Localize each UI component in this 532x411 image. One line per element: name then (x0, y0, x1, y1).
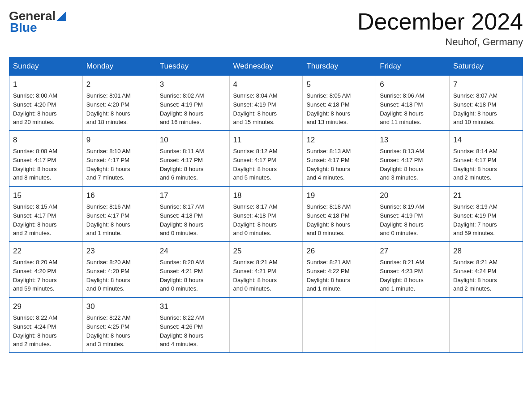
calendar-cell: 10Sunrise: 8:11 AM Sunset: 4:17 PM Dayli… (156, 131, 229, 186)
calendar-cell: 25Sunrise: 8:21 AM Sunset: 4:21 PM Dayli… (229, 242, 303, 297)
day-number: 7 (453, 79, 519, 90)
calendar-cell: 8Sunrise: 8:08 AM Sunset: 4:17 PM Daylig… (9, 131, 83, 186)
svg-marker-0 (56, 11, 66, 21)
calendar-table: SundayMondayTuesdayWednesdayThursdayFrid… (9, 57, 523, 353)
day-info: Sunrise: 8:19 AM Sunset: 4:19 PM Dayligh… (453, 203, 498, 237)
calendar-cell: 27Sunrise: 8:21 AM Sunset: 4:23 PM Dayli… (376, 242, 450, 297)
day-number: 8 (13, 135, 79, 146)
day-number: 19 (306, 190, 372, 201)
header-sunday: Sunday (9, 57, 83, 76)
day-info: Sunrise: 8:04 AM Sunset: 4:19 PM Dayligh… (233, 92, 278, 126)
day-info: Sunrise: 8:02 AM Sunset: 4:19 PM Dayligh… (160, 92, 204, 126)
day-number: 30 (86, 301, 152, 313)
day-info: Sunrise: 8:22 AM Sunset: 4:25 PM Dayligh… (86, 314, 131, 348)
calendar-cell: 20Sunrise: 8:19 AM Sunset: 4:19 PM Dayli… (376, 186, 450, 242)
day-number: 10 (160, 135, 226, 146)
month-title: December 2024 (357, 9, 523, 34)
day-number: 25 (233, 246, 299, 257)
day-info: Sunrise: 8:01 AM Sunset: 4:20 PM Dayligh… (86, 92, 131, 126)
day-info: Sunrise: 8:06 AM Sunset: 4:18 PM Dayligh… (380, 92, 424, 126)
day-info: Sunrise: 8:00 AM Sunset: 4:20 PM Dayligh… (13, 92, 57, 126)
day-info: Sunrise: 8:20 AM Sunset: 4:20 PM Dayligh… (13, 259, 57, 292)
day-info: Sunrise: 8:13 AM Sunset: 4:17 PM Dayligh… (306, 148, 351, 181)
calendar-cell: 18Sunrise: 8:17 AM Sunset: 4:18 PM Dayli… (229, 186, 303, 242)
calendar-cell (303, 297, 376, 353)
header-wednesday: Wednesday (229, 57, 303, 76)
calendar-cell: 4Sunrise: 8:04 AM Sunset: 4:19 PM Daylig… (229, 76, 303, 131)
calendar-cell: 3Sunrise: 8:02 AM Sunset: 4:19 PM Daylig… (156, 76, 229, 131)
day-info: Sunrise: 8:21 AM Sunset: 4:21 PM Dayligh… (233, 259, 278, 292)
calendar-cell: 11Sunrise: 8:12 AM Sunset: 4:17 PM Dayli… (229, 131, 303, 186)
day-number: 4 (233, 79, 299, 90)
day-info: Sunrise: 8:21 AM Sunset: 4:23 PM Dayligh… (380, 259, 424, 292)
day-number: 28 (453, 246, 519, 257)
day-info: Sunrise: 8:17 AM Sunset: 4:18 PM Dayligh… (160, 203, 204, 237)
day-number: 24 (160, 246, 226, 257)
day-info: Sunrise: 8:15 AM Sunset: 4:17 PM Dayligh… (13, 203, 57, 237)
day-info: Sunrise: 8:10 AM Sunset: 4:17 PM Dayligh… (86, 148, 131, 181)
calendar-cell: 13Sunrise: 8:13 AM Sunset: 4:17 PM Dayli… (376, 131, 450, 186)
day-number: 18 (233, 190, 299, 201)
day-info: Sunrise: 8:22 AM Sunset: 4:24 PM Dayligh… (13, 314, 57, 348)
header-monday: Monday (82, 57, 156, 76)
header-friday: Friday (376, 57, 450, 76)
day-info: Sunrise: 8:21 AM Sunset: 4:24 PM Dayligh… (453, 259, 498, 292)
calendar-cell: 2Sunrise: 8:01 AM Sunset: 4:20 PM Daylig… (82, 76, 156, 131)
calendar-cell: 17Sunrise: 8:17 AM Sunset: 4:18 PM Dayli… (156, 186, 229, 242)
day-number: 27 (380, 246, 446, 257)
title-area: December 2024 Neuhof, Germany (357, 9, 523, 48)
header-thursday: Thursday (303, 57, 376, 76)
calendar-cell: 5Sunrise: 8:05 AM Sunset: 4:18 PM Daylig… (303, 76, 376, 131)
week-row-2: 8Sunrise: 8:08 AM Sunset: 4:17 PM Daylig… (9, 131, 523, 186)
day-number: 31 (160, 301, 226, 313)
calendar-cell: 12Sunrise: 8:13 AM Sunset: 4:17 PM Dayli… (303, 131, 376, 186)
day-number: 1 (13, 79, 79, 90)
calendar-cell: 26Sunrise: 8:21 AM Sunset: 4:22 PM Dayli… (303, 242, 376, 297)
calendar-cell: 30Sunrise: 8:22 AM Sunset: 4:25 PM Dayli… (82, 297, 156, 353)
day-info: Sunrise: 8:05 AM Sunset: 4:18 PM Dayligh… (306, 92, 351, 126)
day-number: 15 (13, 190, 79, 201)
calendar-cell: 6Sunrise: 8:06 AM Sunset: 4:18 PM Daylig… (376, 76, 450, 131)
day-number: 26 (306, 246, 372, 257)
calendar-cell: 31Sunrise: 8:22 AM Sunset: 4:26 PM Dayli… (156, 297, 229, 353)
day-number: 14 (453, 135, 519, 146)
week-row-1: 1Sunrise: 8:00 AM Sunset: 4:20 PM Daylig… (9, 76, 523, 131)
day-number: 21 (453, 190, 519, 201)
week-row-3: 15Sunrise: 8:15 AM Sunset: 4:17 PM Dayli… (9, 186, 523, 242)
day-info: Sunrise: 8:21 AM Sunset: 4:22 PM Dayligh… (306, 259, 351, 292)
calendar-cell: 29Sunrise: 8:22 AM Sunset: 4:24 PM Dayli… (9, 297, 83, 353)
calendar-cell: 23Sunrise: 8:20 AM Sunset: 4:20 PM Dayli… (82, 242, 156, 297)
day-info: Sunrise: 8:18 AM Sunset: 4:18 PM Dayligh… (306, 203, 351, 237)
day-number: 29 (13, 301, 79, 313)
location-label: Neuhof, Germany (357, 36, 523, 48)
day-info: Sunrise: 8:19 AM Sunset: 4:19 PM Dayligh… (380, 203, 424, 237)
calendar-cell: 9Sunrise: 8:10 AM Sunset: 4:17 PM Daylig… (82, 131, 156, 186)
day-number: 13 (380, 135, 446, 146)
day-info: Sunrise: 8:20 AM Sunset: 4:21 PM Dayligh… (160, 259, 204, 292)
calendar-header-row: SundayMondayTuesdayWednesdayThursdayFrid… (9, 57, 523, 76)
day-number: 2 (86, 79, 152, 90)
calendar-cell: 14Sunrise: 8:14 AM Sunset: 4:17 PM Dayli… (450, 131, 523, 186)
day-info: Sunrise: 8:16 AM Sunset: 4:17 PM Dayligh… (86, 203, 131, 237)
page-header: General Blue December 2024 Neuhof, Germa… (9, 9, 523, 48)
day-info: Sunrise: 8:11 AM Sunset: 4:17 PM Dayligh… (160, 148, 204, 181)
day-number: 9 (86, 135, 152, 146)
calendar-cell: 15Sunrise: 8:15 AM Sunset: 4:17 PM Dayli… (9, 186, 83, 242)
calendar-cell: 1Sunrise: 8:00 AM Sunset: 4:20 PM Daylig… (9, 76, 83, 131)
day-number: 17 (160, 190, 226, 201)
week-row-5: 29Sunrise: 8:22 AM Sunset: 4:24 PM Dayli… (9, 297, 523, 353)
day-info: Sunrise: 8:13 AM Sunset: 4:17 PM Dayligh… (380, 148, 424, 181)
day-number: 3 (160, 79, 226, 90)
header-tuesday: Tuesday (156, 57, 229, 76)
calendar-cell (229, 297, 303, 353)
calendar-cell: 24Sunrise: 8:20 AM Sunset: 4:21 PM Dayli… (156, 242, 229, 297)
day-number: 5 (306, 79, 372, 90)
day-number: 12 (306, 135, 372, 146)
day-info: Sunrise: 8:22 AM Sunset: 4:26 PM Dayligh… (160, 314, 204, 348)
logo-triangle-icon (56, 11, 66, 21)
day-number: 6 (380, 79, 446, 90)
day-number: 22 (13, 246, 79, 257)
day-number: 11 (233, 135, 299, 146)
day-info: Sunrise: 8:17 AM Sunset: 4:18 PM Dayligh… (233, 203, 278, 237)
logo-blue-text: Blue (10, 21, 37, 35)
